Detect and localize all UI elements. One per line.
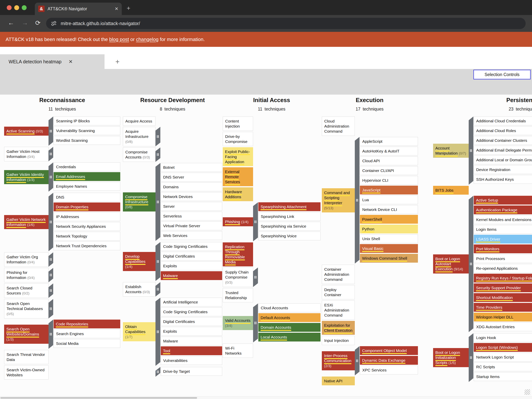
subtechnique-cell-additional-cloud-credentials[interactable]: Additional Cloud Credentials	[474, 116, 532, 125]
subtechnique-connector[interactable]: II	[49, 283, 53, 298]
subtechnique-cell-network-security-appliances[interactable]: Network Security Appliances	[54, 222, 120, 231]
technique-cell-gather-victim-identity-information[interactable]: Gather Victim Identity Information (1/3)	[4, 170, 49, 184]
subtechnique-cell-xdg-autostart-entries[interactable]: XDG Autostart Entries	[474, 322, 532, 331]
subtechnique-cell-network-device-cli[interactable]: Network Device CLI	[360, 205, 418, 214]
forward-icon[interactable]: →	[22, 19, 28, 26]
blog-post-link[interactable]: blog post	[109, 37, 129, 42]
technique-cell-exploitation-for-client-execution[interactable]: Exploitation for Client Execution	[322, 321, 355, 335]
subtechnique-cell-security-support-provider[interactable]: Security Support Provider	[474, 283, 532, 292]
subtechnique-cell-dynamic-data-exchange[interactable]: Dynamic Data Exchange	[360, 356, 418, 365]
technique-cell-inter-process-communication[interactable]: Inter-Process Communication (2/3)	[322, 351, 355, 370]
subtechnique-cell-cloud-api[interactable]: Cloud API	[360, 156, 418, 165]
reload-icon[interactable]: ⟳	[35, 19, 41, 27]
technique-cell-replication-through-removable-media[interactable]: Replication Through Removable Media	[223, 242, 253, 266]
technique-cell-search-open-websites-domains[interactable]: Search Open Websites/Domains (1/3)	[4, 325, 49, 344]
technique-cell-gather-victim-network-information[interactable]: Gather Victim Network Information (1/6)	[4, 215, 49, 229]
technique-cell-compromise-accounts[interactable]: Compromise Accounts (0/3)	[123, 147, 155, 162]
subtechnique-cell-component-object-model[interactable]: Component Object Model	[360, 346, 418, 355]
subtechnique-cell-domains[interactable]: Domains	[161, 183, 222, 191]
technique-cell-cloud-administration-command[interactable]: Cloud Administration Command	[322, 116, 355, 136]
technique-cell-deploy-container[interactable]: Deploy Container	[322, 285, 355, 299]
subtechnique-connector[interactable]: II	[355, 137, 360, 264]
subtechnique-cell-cloud-accounts[interactable]: Cloud Accounts	[258, 304, 321, 312]
subtechnique-connector[interactable]: II	[155, 127, 160, 146]
technique-cell-phishing[interactable]: Phishing (1/4)	[223, 217, 253, 226]
technique-cell-search-closed-sources[interactable]: Search Closed Sources (0/2)	[4, 283, 49, 298]
technique-cell-valid-accounts[interactable]: Valid Accounts (3/4)	[223, 316, 253, 330]
technique-cell-gather-victim-host-information[interactable]: Gather Victim Host Information (0/4)	[4, 147, 49, 161]
subtechnique-cell-additional-local-or-domain-groups[interactable]: Additional Local or Domain Groups	[474, 155, 532, 164]
subtechnique-cell-powershell[interactable]: PowerShell	[360, 215, 418, 224]
subtechnique-connector[interactable]: II	[49, 147, 53, 161]
technique-cell-search-open-technical-databases[interactable]: Search Open Technical Databases (0/5)	[4, 299, 49, 318]
technique-cell-esxi-administration-command[interactable]: ESXi Administration Command	[322, 300, 355, 320]
subtechnique-cell-spearphishing-via-service[interactable]: Spearphishing via Service	[258, 222, 321, 231]
technique-cell-search-victim-owned-websites[interactable]: Search Victim-Owned Websites	[4, 365, 49, 380]
technique-cell-phishing-for-information[interactable]: Phishing for Information (0/4)	[4, 268, 49, 282]
subtechnique-cell-dns-server[interactable]: DNS Server	[161, 173, 222, 182]
subtechnique-cell-code-signing-certificates[interactable]: Code Signing Certificates	[161, 242, 222, 251]
subtechnique-cell-employee-names[interactable]: Employee Names	[54, 182, 120, 191]
technique-cell-develop-capabilities[interactable]: Develop Capabilities (1/4)	[123, 252, 155, 271]
technique-cell-gather-victim-org-information[interactable]: Gather Victim Org Information (0/4)	[4, 252, 49, 267]
subtechnique-cell-applescript[interactable]: AppleScript	[360, 137, 418, 146]
subtechnique-cell-spearphishing-attachment[interactable]: Spearphishing Attachment	[258, 202, 321, 211]
subtechnique-cell-xpc-services[interactable]: XPC Services	[360, 366, 418, 374]
subtechnique-cell-dns[interactable]: DNS	[54, 193, 120, 202]
subtechnique-cell-server[interactable]: Server	[161, 202, 222, 211]
back-icon[interactable]: ←	[8, 19, 14, 26]
technique-cell-exploit-public-facing-application[interactable]: Exploit Public-Facing Application	[223, 147, 253, 166]
subtechnique-cell-botnet[interactable]: Botnet	[161, 163, 222, 172]
technique-cell-external-remote-services[interactable]: External Remote Services	[223, 167, 253, 186]
technique-cell-supply-chain-compromise[interactable]: Supply Chain Compromise (0/3)	[223, 267, 253, 287]
technique-cell-boot-or-logon-autostart-execution[interactable]: Boot or Logon Autostart Execution (9/14)	[433, 254, 469, 273]
subtechnique-cell-device-registration[interactable]: Device Registration	[474, 165, 532, 174]
technique-cell-active-scanning[interactable]: Active Scanning (0/3)	[4, 127, 49, 136]
subtechnique-cell-additional-container-clusters[interactable]: Additional Container Clusters	[474, 136, 532, 145]
technique-cell-wi-fi-networks[interactable]: Wi-Fi Networks	[223, 343, 253, 358]
subtechnique-cell-spearphishing-link[interactable]: Spearphishing Link	[258, 212, 321, 221]
subtechnique-cell-vulnerability-scanning[interactable]: Vulnerability Scanning	[54, 126, 120, 135]
subtechnique-cell-drive-by-target[interactable]: Drive-by Target	[161, 367, 222, 376]
subtechnique-cell-web-services[interactable]: Web Services	[161, 231, 222, 240]
new-layer-button[interactable]: +	[115, 58, 120, 66]
subtechnique-cell-login-hook[interactable]: Login Hook	[474, 333, 532, 342]
technique-cell-obtain-capabilities[interactable]: Obtain Capabilities (1/7)	[123, 322, 155, 341]
subtechnique-cell-scanning-ip-blocks[interactable]: Scanning IP Blocks	[54, 116, 120, 125]
subtechnique-cell-default-accounts[interactable]: Default Accounts	[258, 313, 321, 322]
subtechnique-cell-domain-properties[interactable]: Domain Properties	[54, 203, 120, 211]
subtechnique-cell-exploits[interactable]: Exploits	[161, 327, 222, 336]
browser-tab[interactable]: & ATT&CK® Navigator ✕	[35, 3, 122, 15]
subtechnique-cell-wordlist-scanning[interactable]: Wordlist Scanning	[54, 136, 120, 145]
subtechnique-connector[interactable]: II	[49, 252, 53, 267]
subtechnique-cell-lsass-driver[interactable]: LSASS Driver	[474, 235, 532, 244]
subtechnique-connector[interactable]: II	[49, 299, 53, 318]
subtechnique-cell-domain-accounts[interactable]: Domain Accounts	[258, 323, 321, 332]
subtechnique-cell-active-setup[interactable]: Active Setup	[474, 196, 532, 205]
technique-cell-boot-or-logon-initialization-scripts[interactable]: Boot or Logon Initialization Scripts (1/…	[433, 348, 469, 367]
subtechnique-cell-vulnerabilities[interactable]: Vulnerabilities	[161, 356, 222, 365]
subtechnique-connector[interactable]: II	[155, 163, 160, 241]
horizontal-scrollbar[interactable]	[0, 396, 532, 399]
subtechnique-connector[interactable]: II	[49, 320, 53, 349]
technique-cell-compromise-infrastructure[interactable]: Compromise Infrastructure (0/8)	[123, 192, 155, 211]
technique-cell-establish-accounts[interactable]: Establish Accounts (0/3)	[123, 282, 155, 297]
changelog-link[interactable]: changelog	[136, 37, 158, 42]
subtechnique-connector[interactable]: II	[155, 242, 160, 281]
subtechnique-connector[interactable]: II	[253, 202, 258, 241]
technique-cell-native-api[interactable]: Native API	[322, 377, 355, 385]
subtechnique-cell-spearphishing-voice[interactable]: Spearphishing Voice	[258, 232, 321, 240]
subtechnique-connector[interactable]: II	[155, 298, 160, 366]
subtechnique-cell-javascript[interactable]: JavaScript	[360, 186, 418, 194]
technique-cell-container-administration-command[interactable]: Container Administration Command	[322, 265, 355, 284]
subtechnique-connector[interactable]: II	[155, 147, 160, 162]
window-close-button[interactable]	[7, 5, 12, 10]
technique-cell-input-injection[interactable]: Input Injection	[322, 336, 355, 345]
subtechnique-cell-port-monitors[interactable]: Port Monitors	[474, 244, 532, 253]
subtechnique-cell-startup-items[interactable]: Startup Items	[474, 372, 532, 381]
subtechnique-cell-digital-certificates[interactable]: Digital Certificates	[161, 252, 222, 260]
subtechnique-cell-local-accounts[interactable]: Local Accounts	[258, 333, 321, 342]
subtechnique-cell-unix-shell[interactable]: Unix Shell	[360, 234, 418, 243]
technique-cell-acquire-infrastructure[interactable]: Acquire Infrastructure (0/8)	[123, 127, 155, 146]
subtechnique-cell-tool[interactable]: Tool	[161, 346, 222, 355]
